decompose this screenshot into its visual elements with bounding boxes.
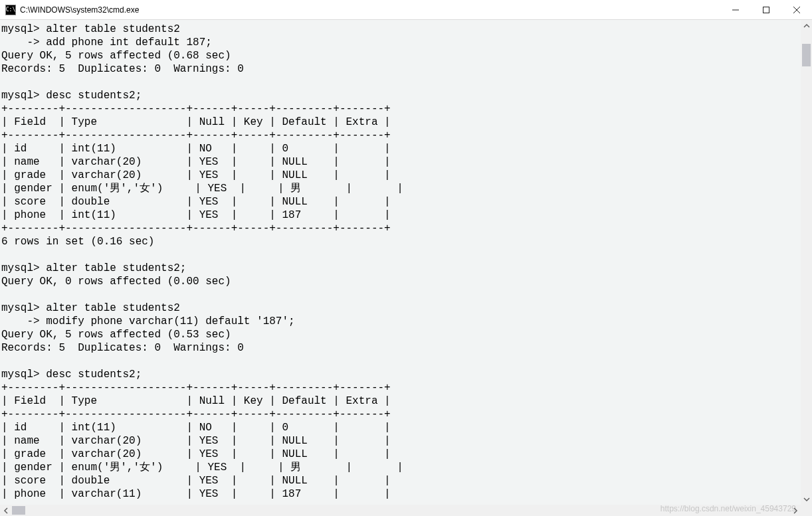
scroll-left-arrow[interactable] xyxy=(0,505,11,516)
chevron-up-icon xyxy=(803,23,810,29)
minimize-button[interactable] xyxy=(720,0,751,19)
vertical-scroll-thumb[interactable] xyxy=(802,44,811,66)
close-button[interactable] xyxy=(781,0,812,19)
horizontal-scroll-thumb[interactable] xyxy=(12,506,25,515)
client-area: mysql> alter table students2 -> add phon… xyxy=(0,20,812,505)
cmd-icon: C:\ xyxy=(5,5,16,15)
chevron-down-icon xyxy=(803,496,810,503)
close-icon xyxy=(793,7,800,13)
svg-rect-1 xyxy=(763,7,769,13)
titlebar: C:\ C:\WINDOWS\system32\cmd.exe xyxy=(0,0,812,20)
maximize-button[interactable] xyxy=(751,0,781,19)
window-title: C:\WINDOWS\system32\cmd.exe xyxy=(20,5,139,15)
maximize-icon xyxy=(763,7,769,13)
scrollbar-corner xyxy=(801,505,812,516)
chevron-left-icon xyxy=(3,507,9,514)
scroll-up-arrow[interactable] xyxy=(801,20,812,31)
window-controls xyxy=(720,0,812,19)
minimize-icon xyxy=(732,7,739,13)
watermark: https://blog.csdn.net/weixin_45943729 xyxy=(660,504,796,513)
vertical-scrollbar[interactable] xyxy=(801,20,812,505)
scroll-down-arrow[interactable] xyxy=(801,493,812,505)
terminal-output[interactable]: mysql> alter table students2 -> add phon… xyxy=(0,20,801,505)
